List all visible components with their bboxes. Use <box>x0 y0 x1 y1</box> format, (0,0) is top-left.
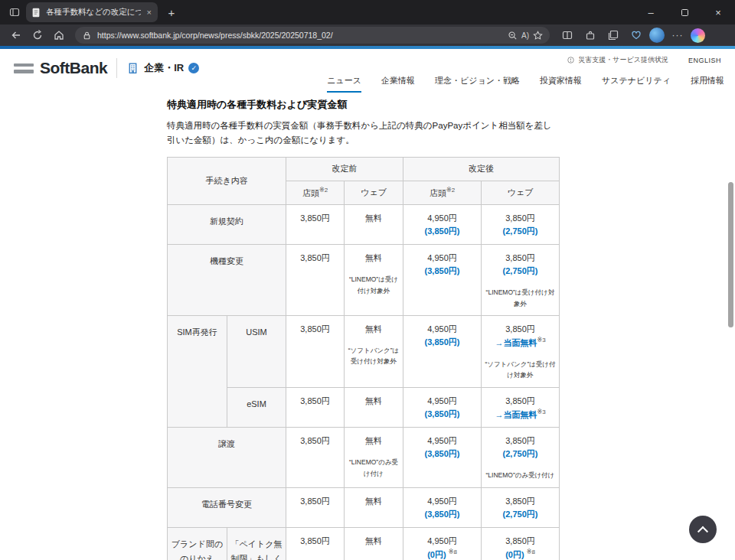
fee-cell: 無料 <box>345 387 403 428</box>
table-row: 譲渡 3,850円 無料“LINEMO”のみ受け付け 4,950円(3,850円… <box>168 428 560 488</box>
fee-cell: 4,950円(3,850円) <box>403 428 482 488</box>
browser-tab[interactable]: 各種手数料などの改定について | 企 × <box>26 2 158 22</box>
fee-cell: 3,850円 <box>286 387 345 428</box>
fee-cell: 無料“LINEMO”は受け付け対象外 <box>345 245 403 316</box>
new-tab-button[interactable]: + <box>162 3 181 21</box>
row-header: 新規契約 <box>168 204 286 244</box>
corporate-section-link[interactable]: 企業・IR ✓ <box>126 61 199 75</box>
row-header: ブランド間ののりかえ※4 <box>168 528 227 560</box>
fees-table: 手続き内容 改定前 改定後 店頭※2 ウェブ 店頭※2 ウェブ 新規契約 3,8… <box>167 157 560 560</box>
fee-cell: 3,850円(0円) ※8 <box>482 528 560 560</box>
copilot-icon[interactable] <box>691 28 705 43</box>
fee-cell: 4,950円(3,850円) <box>403 245 482 316</box>
nav-vision-strategy[interactable]: 理念・ビジョン・戦略 <box>435 75 520 93</box>
address-bar[interactable]: https://www.softbank.jp/corp/news/press/… <box>75 27 550 44</box>
fee-cell: 3,850円 <box>286 528 345 560</box>
fee-cell: 無料“LINEMO”のみ受け付け <box>345 428 403 488</box>
back-button[interactable] <box>6 26 26 44</box>
col-header-store: 店頭※2 <box>403 181 482 204</box>
header-divider <box>116 58 117 78</box>
title-bar: 各種手数料などの改定について | 企 × + – × <box>0 0 735 24</box>
fee-cell: 無料“ソフトバンク”は受け付け対象外 <box>345 316 403 388</box>
support-icon <box>567 56 575 64</box>
site-nav: ニュース 企業情報 理念・ビジョン・戦略 投資家情報 サステナビリティ 採用情報 <box>327 75 724 93</box>
nav-news[interactable]: ニュース <box>327 75 361 93</box>
fee-cell: 3,850円(2,750円)“LINEMO”のみ受け付け <box>482 428 560 488</box>
row-subheader: USIM <box>227 316 286 388</box>
fee-cell: 3,850円(2,750円) <box>482 204 560 244</box>
disaster-support-link[interactable]: 災害支援・サービス提供状況 <box>567 55 668 65</box>
fee-cell: 4,950円(3,850円) <box>403 316 482 388</box>
section-heading: 特典適用時の各種手数料および実質金額 <box>167 98 559 112</box>
table-row: SIM再発行 USIM 3,850円 無料“ソフトバンク”は受け付け対象外 4,… <box>168 316 560 388</box>
disaster-support-label: 災害支援・サービス提供状況 <box>578 55 668 65</box>
profile-avatar[interactable] <box>649 28 665 43</box>
corporate-section-label: 企業・IR <box>144 61 184 75</box>
row-header: 機種変更 <box>168 245 286 316</box>
fee-cell: 3,850円→当面無料※3 <box>482 387 560 428</box>
fee-cell: 3,850円 <box>286 487 345 527</box>
fee-cell: 3,850円(2,750円) <box>482 487 560 527</box>
home-button[interactable] <box>49 26 69 44</box>
row-header: 譲渡 <box>168 428 286 488</box>
row-header: 電話番号変更 <box>168 487 286 527</box>
tab-actions-icon[interactable] <box>6 4 23 21</box>
site-security-lock-icon[interactable] <box>81 30 93 41</box>
web-page: SoftBank 企業・IR ✓ 災害支援・サービス提供状況 ENGLISH ニ… <box>0 46 735 560</box>
zoom-icon[interactable] <box>507 30 518 41</box>
nav-recruit[interactable]: 採用情報 <box>691 75 724 93</box>
refresh-button[interactable] <box>28 26 47 44</box>
nav-sustainability[interactable]: サステナビリティ <box>602 75 671 93</box>
minimize-button[interactable]: – <box>634 0 668 24</box>
chevron-up-icon <box>697 526 708 537</box>
tab-close-icon[interactable]: × <box>145 8 153 17</box>
fee-cell: 4,950円(3,850円) <box>403 487 482 527</box>
table-row: 機種変更 3,850円 無料“LINEMO”は受け付け対象外 4,950円(3,… <box>168 245 560 316</box>
english-link[interactable]: ENGLISH <box>688 57 721 64</box>
url-text[interactable]: https://www.softbank.jp/corp/news/press/… <box>97 31 502 40</box>
col-header-before: 改定前 <box>286 157 403 181</box>
fee-cell: 4,950円(3,850円) <box>403 204 482 244</box>
fee-cell: 3,850円 <box>286 245 345 316</box>
essentials-icon[interactable] <box>626 26 646 44</box>
extensions-icon[interactable] <box>580 26 600 44</box>
fee-cell: 4,950円(3,850円) <box>403 387 482 428</box>
fee-cell: 3,850円(2,750円)“LINEMO”は受け付け対象外 <box>482 245 560 316</box>
fee-cell: 3,850円 <box>286 204 345 244</box>
row-subheader: eSIM <box>227 387 286 428</box>
close-button[interactable]: × <box>701 0 735 24</box>
maximize-button[interactable] <box>668 0 701 24</box>
row-header: SIM再発行 <box>168 316 227 428</box>
fee-cell: 無料 <box>345 487 403 527</box>
fee-cell: 4,950円(0円) ※8 <box>403 528 482 560</box>
col-header-after: 改定後 <box>403 157 560 181</box>
nav-company-info[interactable]: 企業情報 <box>381 75 415 93</box>
favorite-star-icon[interactable] <box>532 30 544 41</box>
more-menu-button[interactable]: ··· <box>668 30 688 41</box>
col-header-web: ウェブ <box>482 181 560 204</box>
article-content: 特典適用時の各種手数料および実質金額 特典適用時の各種手数料の実質金額（事務手数… <box>167 98 559 560</box>
table-row: 電話番号変更 3,850円 無料 4,950円(3,850円) 3,850円(2… <box>168 487 560 527</box>
section-body: 特典適用時の各種手数料の実質金額（事務手数料から上記の特典のPayPayポイント… <box>167 119 559 148</box>
nav-investor-relations[interactable]: 投資家情報 <box>540 75 582 93</box>
scroll-to-top-button[interactable] <box>689 516 717 543</box>
row-subheader: 「ペイトク無制限」もしくは「ペイトク50」 <box>227 528 286 560</box>
read-aloud-icon[interactable]: A) <box>521 31 529 40</box>
split-screen-icon[interactable] <box>557 26 577 44</box>
scrollbar-thumb[interactable] <box>728 182 733 327</box>
building-icon <box>126 62 139 75</box>
table-row: 新規契約 3,850円 無料 4,950円(3,850円) 3,850円(2,7… <box>168 204 560 244</box>
maximize-icon <box>681 9 688 16</box>
softbank-logo-icon <box>14 63 34 73</box>
site-header: SoftBank 企業・IR ✓ 災害支援・サービス提供状況 ENGLISH ニ… <box>0 49 735 89</box>
col-header-store: 店頭※2 <box>286 181 345 204</box>
fee-cell: 3,850円 <box>286 428 345 488</box>
col-header-procedure: 手続き内容 <box>168 157 286 204</box>
fee-cell: 無料 <box>345 204 403 244</box>
collections-icon[interactable] <box>603 26 623 44</box>
fee-cell: 3,850円→当面無料※3“ソフトバンク”は受け付け対象外 <box>482 316 560 388</box>
tab-title: 各種手数料などの改定について | 企 <box>46 7 141 18</box>
softbank-logo[interactable]: SoftBank <box>40 59 107 77</box>
table-row: ブランド間ののりかえ※4 「ペイトク無制限」もしくは「ペイトク50」 3,850… <box>168 528 560 560</box>
fee-cell: 3,850円 <box>286 316 345 388</box>
